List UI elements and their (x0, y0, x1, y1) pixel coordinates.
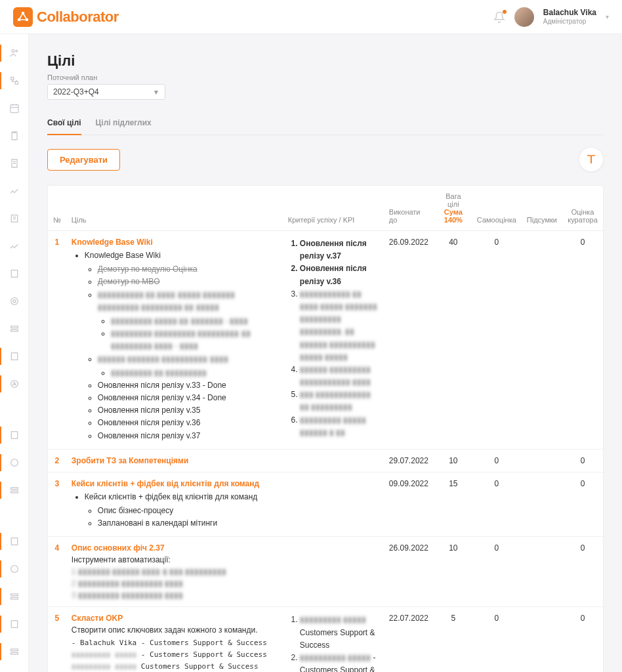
due-cell: 22.07.2022 (384, 607, 435, 672)
results-cell (522, 472, 562, 537)
svg-rect-13 (10, 326, 18, 328)
svg-rect-14 (10, 329, 18, 331)
row-number: 2 (48, 449, 66, 472)
row-number: 4 (48, 537, 66, 607)
user-area: Balachuk Vika Адміністратор ▾ (493, 7, 609, 27)
side-icon-15[interactable] (9, 457, 20, 469)
plan-label: Поточний план (47, 74, 604, 81)
self-cell: 0 (472, 231, 522, 450)
goal-cell: Зробити ТЗ за Компетенціями (66, 449, 283, 472)
side-icon-13[interactable] (9, 378, 20, 390)
col-num: № (48, 186, 66, 231)
kpi-cell (283, 537, 384, 607)
side-icon-3[interactable] (9, 102, 20, 114)
side-icon-7[interactable] (9, 213, 20, 224)
curator-cell: 0 (562, 472, 603, 537)
main-content: Цілі Поточний план 2022-Q3+Q4 ▼ Свої ціл… (29, 34, 622, 672)
curator-cell: 0 (562, 607, 603, 672)
chevron-down-icon: ▼ (153, 89, 159, 96)
side-icon-9[interactable] (9, 268, 20, 280)
self-cell: 0 (472, 537, 522, 607)
results-cell (522, 449, 562, 472)
goal-title-link[interactable]: Скласти OKP (72, 614, 123, 623)
weight-cell: 10 (435, 537, 472, 607)
side-icon-12[interactable] (9, 350, 20, 362)
svg-rect-19 (10, 488, 18, 490)
side-icon-8[interactable] (9, 240, 20, 252)
goal-title-link[interactable]: Опис основних фіч 2.37 (72, 543, 165, 553)
table-row: 4Опис основних фіч 2.37Інструменти автом… (48, 537, 603, 607)
due-cell: 09.09.2022 (384, 472, 435, 537)
svg-rect-17 (11, 432, 17, 439)
due-cell: 26.09.2022 (384, 231, 435, 450)
brand-icon (13, 7, 33, 27)
col-weight: Вага цілі Сума 140% (435, 186, 472, 231)
svg-rect-25 (11, 621, 17, 628)
side-icon-5[interactable] (9, 158, 20, 169)
table-header-row: № Ціль Критерії успіху / KPI Виконати до… (48, 186, 603, 231)
svg-rect-21 (11, 538, 17, 545)
goal-cell: Скласти OKPСтворити опис ключових задач … (66, 607, 283, 672)
topbar: Collaborator Balachuk Vika Адміністратор… (0, 0, 622, 34)
col-results: Підсумки (522, 186, 562, 231)
curator-cell: 0 (562, 537, 603, 607)
side-icon-21[interactable] (9, 646, 20, 658)
edit-button[interactable]: Редагувати (47, 149, 120, 171)
kpi-cell (283, 472, 384, 537)
goal-title-link[interactable]: Зробити ТЗ за Компетенціями (72, 456, 188, 465)
goal-cell: Кейси клієнтів + фідбек від клієнтів для… (66, 472, 283, 537)
svg-rect-7 (10, 105, 18, 113)
due-cell: 29.07.2022 (384, 449, 435, 472)
side-icon-19[interactable] (9, 591, 20, 602)
svg-point-3 (12, 50, 14, 52)
curator-cell: 0 (562, 449, 603, 472)
weight-cell: 15 (435, 472, 472, 537)
col-curator: Оцінка куратора (562, 186, 603, 231)
tabs: Свої цілі Цілі підлеглих (47, 114, 604, 135)
row-number: 3 (48, 472, 66, 537)
due-cell: 26.09.2022 (384, 537, 435, 607)
side-icon-4[interactable] (9, 130, 20, 142)
svg-point-4 (16, 50, 18, 52)
side-icon-1[interactable] (9, 47, 20, 59)
side-icon-18[interactable] (9, 563, 20, 575)
user-text[interactable]: Balachuk Vika Адміністратор (543, 9, 596, 24)
brand-logo[interactable]: Collaborator (13, 7, 119, 27)
book-button[interactable] (579, 147, 604, 172)
side-icon-14[interactable] (9, 429, 20, 441)
svg-point-18 (10, 459, 18, 467)
chevron-down-icon[interactable]: ▾ (606, 13, 609, 20)
goal-cell: Опис основних фіч 2.37Інструменти автома… (66, 537, 283, 607)
notifications-icon[interactable] (493, 11, 505, 23)
table-row: 5Скласти OKPСтворити опис ключових задач… (48, 607, 603, 672)
svg-rect-27 (10, 652, 18, 654)
svg-point-12 (13, 300, 16, 303)
goal-title-link[interactable]: Кейси клієнтів + фідбек від клієнтів для… (72, 479, 259, 488)
col-kpi: Критерії успіху / KPI (283, 186, 384, 231)
side-icon-16[interactable] (9, 484, 20, 496)
user-name: Balachuk Vika (543, 9, 596, 17)
plan-value: 2022-Q3+Q4 (53, 87, 99, 96)
side-icon-20[interactable] (9, 618, 20, 630)
kpi-cell: Оновлення після релізу v.37Оновлення піс… (283, 231, 384, 450)
results-cell (522, 231, 562, 450)
page-title: Цілі (47, 52, 604, 70)
row-number: 1 (48, 231, 66, 450)
tab-own-goals[interactable]: Свої цілі (47, 114, 81, 135)
svg-rect-15 (11, 353, 17, 360)
side-icon-2[interactable] (9, 75, 20, 87)
tab-subordinate-goals[interactable]: Цілі підлеглих (96, 114, 152, 135)
goal-title-link[interactable]: Knowledge Base Wiki (72, 238, 153, 247)
self-cell: 0 (472, 472, 522, 537)
side-icon-10[interactable] (9, 295, 20, 307)
svg-rect-5 (10, 77, 13, 80)
goals-table: № Ціль Критерії успіху / KPI Виконати до… (47, 185, 604, 672)
col-due: Виконати до (384, 186, 435, 231)
user-avatar[interactable] (514, 7, 534, 27)
self-cell: 0 (472, 607, 522, 672)
side-icon-17[interactable] (9, 536, 20, 547)
side-icon-6[interactable] (9, 185, 20, 197)
side-icon-11[interactable] (9, 323, 20, 335)
plan-select[interactable]: 2022-Q3+Q4 ▼ (47, 84, 165, 100)
brand-text: Collaborator (37, 9, 119, 26)
